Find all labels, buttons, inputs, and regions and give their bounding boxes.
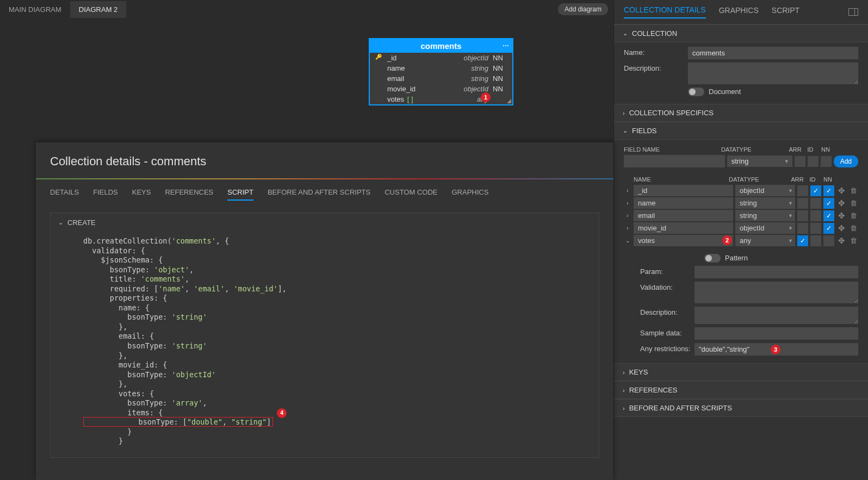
- field-id-chk[interactable]: [810, 235, 821, 246]
- collection-field-row[interactable]: 🔑 _id objectId NN: [370, 53, 512, 63]
- field-row: › email string▼ ✥ 🗑: [624, 210, 858, 221]
- delete-icon[interactable]: 🗑: [848, 186, 858, 196]
- chevron-right-icon[interactable]: ›: [624, 213, 631, 219]
- collection-description-input[interactable]: [688, 63, 858, 84]
- detail-tab-graphics[interactable]: GRAPHICS: [451, 185, 488, 201]
- section-before-after[interactable]: › BEFORE AND AFTER SCRIPTS: [614, 399, 868, 417]
- add-diagram-button[interactable]: Add diagram: [558, 3, 608, 15]
- chevron-right-icon[interactable]: ›: [624, 200, 631, 206]
- field-id-chk[interactable]: [810, 210, 821, 221]
- section-keys[interactable]: › KEYS: [614, 363, 868, 381]
- field-id-chk[interactable]: [810, 223, 821, 234]
- field-type-select[interactable]: any▼: [735, 235, 795, 246]
- field-nn-chk[interactable]: [823, 185, 834, 196]
- chevron-down-icon: ⌄: [623, 127, 628, 134]
- section-label: FIELDS: [632, 127, 657, 135]
- new-field-type-select[interactable]: string▼: [727, 155, 792, 167]
- detail-tab-fields[interactable]: FIELDS: [93, 185, 118, 201]
- delete-icon[interactable]: 🗑: [848, 198, 858, 208]
- collection-header[interactable]: comments …: [370, 39, 512, 53]
- detail-tab-details[interactable]: DETAILS: [50, 185, 79, 201]
- validation-input[interactable]: [695, 282, 858, 303]
- field-nn-chk[interactable]: [823, 235, 834, 246]
- collection-field-row[interactable]: votes [ ] any: [370, 94, 512, 104]
- field-id-chk[interactable]: [810, 198, 821, 209]
- create-section-header[interactable]: ⌄ CREATE: [51, 213, 599, 232]
- field-arr-chk[interactable]: [797, 198, 808, 209]
- field-type-select[interactable]: string▼: [735, 210, 795, 221]
- tab-main-diagram[interactable]: MAIN DIAGRAM: [0, 1, 70, 18]
- tab-graphics[interactable]: GRAPHICS: [719, 6, 759, 18]
- chevron-right-icon[interactable]: ›: [624, 225, 631, 231]
- move-icon[interactable]: ✥: [836, 236, 846, 246]
- right-panel-tabs: COLLECTION DETAILS GRAPHICS SCRIPT: [614, 0, 868, 24]
- field-type-select[interactable]: objectId▼: [735, 185, 795, 196]
- key-icon: [375, 64, 387, 72]
- detail-tab-script[interactable]: SCRIPT: [227, 185, 253, 201]
- field-type-select[interactable]: string▼: [735, 197, 795, 209]
- tab-diagram-2[interactable]: DIAGRAM 2: [70, 1, 127, 18]
- move-icon[interactable]: ✥: [836, 211, 846, 221]
- field-description-input[interactable]: [695, 307, 858, 324]
- resize-handle-icon[interactable]: [506, 98, 511, 103]
- field-arr-chk[interactable]: [797, 223, 808, 234]
- detail-tab-custom-code[interactable]: CUSTOM CODE: [385, 185, 437, 201]
- delete-icon[interactable]: 🗑: [848, 223, 858, 233]
- diagram-canvas[interactable]: comments … 🔑 _id objectId NN name string…: [0, 18, 613, 480]
- delete-icon[interactable]: 🗑: [848, 236, 858, 246]
- delete-icon[interactable]: 🗑: [848, 211, 858, 221]
- param-input[interactable]: [695, 266, 858, 278]
- section-label: COLLECTION: [632, 29, 677, 38]
- new-field-arr-chk[interactable]: [795, 156, 805, 167]
- new-field-nn-chk[interactable]: [821, 156, 832, 167]
- field-arr-chk[interactable]: [797, 235, 808, 246]
- document-toggle[interactable]: [688, 88, 704, 96]
- script-code-block[interactable]: db.createCollection('comments', { valida…: [51, 232, 599, 457]
- field-arr-chk[interactable]: [797, 210, 808, 221]
- new-field-id-chk[interactable]: [808, 156, 819, 167]
- field-type-select[interactable]: objectId▼: [735, 222, 795, 234]
- field-nn-chk[interactable]: [823, 210, 834, 221]
- field-row: › _id objectId▼ ✥ 🗑: [624, 185, 858, 196]
- layout-toggle-icon[interactable]: [848, 8, 858, 16]
- field-name: name: [387, 64, 471, 72]
- detail-tab-before-and-after-scripts[interactable]: BEFORE AND AFTER SCRIPTS: [268, 185, 370, 201]
- detail-tab-keys[interactable]: KEYS: [132, 185, 151, 201]
- collection-field-row[interactable]: email string NN: [370, 73, 512, 84]
- field-name-input[interactable]: email: [634, 210, 733, 221]
- field-id-chk[interactable]: [810, 185, 821, 196]
- collection-name-input[interactable]: [688, 47, 858, 59]
- section-collection-specifics[interactable]: › COLLECTION SPECIFICS: [614, 104, 868, 122]
- collection-box-comments[interactable]: comments … 🔑 _id objectId NN name string…: [369, 38, 513, 105]
- section-collection[interactable]: ⌄ COLLECTION: [614, 24, 868, 42]
- move-icon[interactable]: ✥: [836, 198, 846, 208]
- chevron-right-icon[interactable]: ›: [624, 188, 631, 194]
- field-name: votes [ ]: [387, 95, 477, 103]
- annotation-badge-2: 2: [722, 235, 732, 245]
- ellipsis-icon[interactable]: …: [503, 40, 509, 48]
- field-name-input[interactable]: name: [634, 197, 733, 209]
- section-fields[interactable]: ⌄ FIELDS: [614, 122, 868, 140]
- field-name-input[interactable]: _id: [634, 185, 733, 196]
- move-icon[interactable]: ✥: [836, 186, 846, 196]
- collection-field-row[interactable]: name string NN: [370, 63, 512, 73]
- chevron-right-icon: ›: [623, 405, 625, 412]
- field-type: objectId: [463, 85, 488, 93]
- field-nn-chk[interactable]: [823, 198, 834, 209]
- add-field-button[interactable]: Add: [834, 155, 858, 167]
- sample-data-input[interactable]: [695, 327, 858, 340]
- detail-tab-references[interactable]: REFERENCES: [165, 185, 213, 201]
- field-name-input[interactable]: movie_id: [634, 222, 733, 234]
- field-name-input[interactable]: votes2: [634, 235, 733, 246]
- field-arr-chk[interactable]: [797, 185, 808, 196]
- pattern-toggle[interactable]: [704, 254, 721, 263]
- collection-field-row[interactable]: movie_id objectId NN: [370, 84, 512, 94]
- field-name: email: [387, 74, 471, 83]
- section-references[interactable]: › REFERENCES: [614, 381, 868, 399]
- tab-script[interactable]: SCRIPT: [772, 6, 799, 18]
- chevron-down-icon[interactable]: ⌄: [624, 238, 631, 244]
- move-icon[interactable]: ✥: [836, 223, 846, 233]
- new-field-name-input[interactable]: [624, 155, 725, 167]
- tab-collection-details[interactable]: COLLECTION DETAILS: [624, 5, 706, 18]
- field-nn-chk[interactable]: [823, 223, 834, 234]
